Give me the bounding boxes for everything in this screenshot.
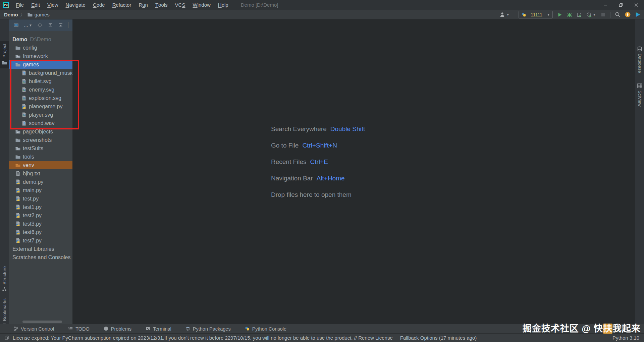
collapse-all-button[interactable] <box>58 22 63 28</box>
tree-item[interactable]: config <box>9 44 72 52</box>
learn-ide-button[interactable] <box>635 12 641 17</box>
breadcrumb-project[interactable]: Demo <box>4 12 18 17</box>
tree-item[interactable]: enemy.svg <box>9 86 72 94</box>
menu-edit[interactable]: Edit <box>28 0 44 10</box>
menu-navigate[interactable]: Navigate <box>62 0 89 10</box>
update-notification-button[interactable] <box>625 12 631 17</box>
toolwindow-button-python-console[interactable]: Python Console <box>245 326 286 332</box>
folder-icon <box>15 154 21 160</box>
tree-item[interactable]: player.svg <box>9 111 72 119</box>
menu-refactor[interactable]: Refactor <box>109 0 135 10</box>
folder-dot-icon <box>15 53 21 59</box>
horizontal-scrollbar[interactable] <box>22 321 62 323</box>
window-controls <box>598 0 644 10</box>
window-title: Demo [D:\Demo] <box>241 2 278 8</box>
file-image-icon <box>21 78 27 84</box>
run-configuration-select[interactable]: 11111 ▼ <box>519 11 553 18</box>
shortcut-label: Go to File <box>271 142 299 149</box>
branch-icon <box>13 326 18 331</box>
problems-icon <box>104 326 109 331</box>
view-options-button[interactable]: …▼ <box>24 23 32 28</box>
toolwindow-button-todo[interactable]: TODO <box>68 326 90 332</box>
search-everywhere-button[interactable] <box>615 12 621 17</box>
run-with-coverage-button[interactable] <box>577 12 582 17</box>
user-account-button[interactable]: ▼ <box>499 12 509 17</box>
tree-item[interactable]: test3.py <box>9 220 72 228</box>
tree-item[interactable]: venv <box>9 161 72 169</box>
tree-item[interactable]: explosion.svg <box>9 94 72 102</box>
tree-item[interactable]: games <box>9 60 72 69</box>
tool-stripe-structure[interactable]: Structure <box>0 266 9 292</box>
menu-window[interactable]: Window <box>189 0 214 10</box>
shortcut-label: Drop files here to open them <box>271 191 352 198</box>
close-button[interactable] <box>629 0 644 10</box>
project-tree: DemoD:\Demo configframeworkgames?backgro… <box>9 31 72 324</box>
file-python-icon <box>15 221 21 227</box>
breadcrumb-current[interactable]: games <box>27 12 50 17</box>
right-tool-stripe: Database SciView <box>635 19 644 324</box>
folder-dot-icon <box>15 129 21 134</box>
toolwindow-button-version-control[interactable]: Version Control <box>13 326 54 332</box>
project-view-mode-icon[interactable] <box>13 22 19 28</box>
tree-item[interactable]: pageObjects <box>9 127 72 136</box>
file-unknown-icon: ? <box>21 120 27 126</box>
menu-run[interactable]: Run <box>135 0 152 10</box>
shortcut-keys: Ctrl+E <box>310 158 328 166</box>
menu-help[interactable]: Help <box>214 0 232 10</box>
menu-code[interactable]: Code <box>89 0 109 10</box>
stop-button <box>600 12 606 17</box>
todo-icon <box>68 326 73 331</box>
tool-stripe-project[interactable]: Project <box>0 41 9 68</box>
tree-item[interactable]: screenshots <box>9 136 72 144</box>
toolwindow-button-problems[interactable]: Problems <box>104 326 131 332</box>
tree-item[interactable]: ?background_music <box>9 69 72 77</box>
database-icon <box>637 46 642 52</box>
license-message[interactable]: License expired: Your PyCharm subscripti… <box>13 335 393 341</box>
tree-item[interactable]: demo.py <box>9 178 72 186</box>
bookmarks-stripe-label: Bookmarks <box>2 298 7 321</box>
tree-item[interactable]: Scratches and Consoles <box>9 253 72 262</box>
fallback-options[interactable]: Fallback Options (17 minutes ago) <box>400 335 477 341</box>
file-python-icon <box>15 179 21 185</box>
expand-all-button[interactable] <box>48 22 53 28</box>
run-button[interactable] <box>557 12 562 17</box>
file-image-icon <box>21 87 27 93</box>
packages-icon <box>185 326 191 331</box>
tree-item[interactable]: main.py <box>9 186 72 194</box>
tree-item[interactable]: tools <box>9 153 72 161</box>
minimize-button[interactable] <box>598 0 613 10</box>
tree-item[interactable]: testSuits <box>9 144 72 153</box>
tree-item[interactable]: ?sound.wav <box>9 119 72 127</box>
tool-stripe-sciview[interactable]: SciView <box>635 83 644 107</box>
frames-icon <box>5 336 9 340</box>
menu-vcs[interactable]: VCS <box>171 0 189 10</box>
tree-item[interactable]: planegame.py <box>9 102 72 111</box>
profiler-icon <box>586 12 592 17</box>
menu-tools[interactable]: Tools <box>152 0 171 10</box>
shortcut-keys: Alt+Home <box>317 175 345 182</box>
tree-item[interactable]: bjhg.txt <box>9 169 72 178</box>
select-opened-file-button[interactable] <box>37 22 43 28</box>
tree-item-root[interactable]: DemoD:\Demo <box>9 35 72 44</box>
tree-item[interactable]: test1.py <box>9 203 72 211</box>
python-interpreter[interactable]: Python 3.10 <box>612 335 639 341</box>
profiler-button[interactable]: ▼ <box>586 12 596 17</box>
tool-stripe-database[interactable]: Database <box>635 46 644 73</box>
tree-item[interactable]: test6.py <box>9 228 72 236</box>
toolwindow-button-python-packages[interactable]: Python Packages <box>185 326 231 332</box>
tree-item[interactable]: test2.py <box>9 211 72 220</box>
restore-button[interactable] <box>613 0 629 10</box>
menu-view[interactable]: View <box>44 0 62 10</box>
sciview-stripe-label: SciView <box>637 91 642 107</box>
toolwindow-button-terminal[interactable]: Terminal <box>146 326 171 332</box>
tree-item[interactable]: External Libraries <box>9 245 72 253</box>
tree-item[interactable]: test.py <box>9 194 72 203</box>
tree-item[interactable]: test7.py <box>9 236 72 245</box>
menu-file[interactable]: File <box>12 0 28 10</box>
tree-item[interactable]: bullet.svg <box>9 77 72 86</box>
sciview-icon <box>637 83 642 89</box>
tree-item[interactable]: framework <box>9 52 72 60</box>
watermark: 掘金技术社区 @ 快扶我起来 <box>523 321 641 334</box>
file-text-icon <box>15 171 21 176</box>
debug-button[interactable] <box>567 12 572 17</box>
